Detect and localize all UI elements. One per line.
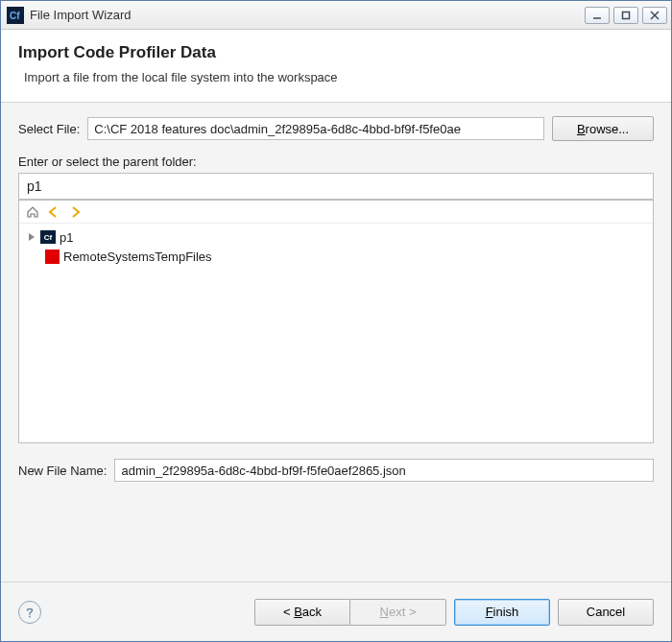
back-button[interactable]: < Back	[254, 599, 350, 626]
wizard-footer: < Back Next > Finish Cancel	[1, 582, 671, 641]
app-icon: Cf	[7, 7, 24, 24]
page-title: Import Code Profiler Data	[18, 43, 654, 62]
close-button[interactable]	[642, 7, 667, 24]
svg-marker-6	[29, 233, 35, 241]
select-file-row: Select File: Browse...	[18, 116, 654, 141]
tree-item-label: p1	[60, 230, 73, 245]
tree-item-remote[interactable]: RemoteSystemsTempFiles	[23, 247, 649, 266]
wizard-content: Select File: Browse... Enter or select t…	[1, 103, 671, 582]
minimize-button[interactable]	[585, 7, 610, 24]
select-file-label: Select File:	[18, 122, 80, 136]
maximize-button[interactable]	[613, 7, 638, 24]
window-controls	[585, 7, 667, 24]
nav-buttons: < Back Next >	[254, 599, 446, 626]
svg-point-7	[29, 615, 31, 617]
browse-button[interactable]: Browse...	[552, 116, 654, 141]
titlebar: Cf File Import Wizard	[1, 1, 671, 30]
cancel-button[interactable]: Cancel	[558, 599, 654, 626]
tree-toolbar	[19, 201, 653, 224]
page-description: Import a file from the local file system…	[18, 70, 654, 84]
wizard-header: Import Code Profiler Data Import a file …	[1, 30, 671, 103]
folder-tree: Cf p1 RemoteSystemsTempFiles	[18, 200, 654, 443]
new-file-name-input[interactable]	[114, 459, 654, 482]
tree-item-label: RemoteSystemsTempFiles	[63, 250, 212, 264]
new-file-name-label: New File Name:	[18, 464, 107, 478]
window-title: File Import Wizard	[30, 8, 585, 22]
back-arrow-icon[interactable]	[46, 204, 61, 220]
svg-text:Cf: Cf	[10, 11, 20, 21]
home-icon[interactable]	[25, 204, 40, 220]
browse-button-text: rowse...	[586, 122, 630, 136]
help-button[interactable]	[18, 601, 41, 624]
parent-folder-label: Enter or select the parent folder:	[18, 155, 654, 169]
red-folder-icon	[44, 249, 60, 264]
forward-arrow-icon[interactable]	[67, 204, 83, 220]
expand-icon[interactable]	[27, 232, 36, 242]
finish-button[interactable]: Finish	[454, 599, 550, 626]
tree-body[interactable]: Cf p1 RemoteSystemsTempFiles	[19, 224, 653, 442]
tree-item-p1[interactable]: Cf p1	[23, 227, 649, 247]
next-button: Next >	[350, 599, 446, 626]
svg-rect-3	[623, 12, 630, 18]
cf-project-icon: Cf	[40, 229, 56, 245]
new-file-name-row: New File Name:	[18, 459, 654, 482]
select-file-input[interactable]	[87, 117, 544, 140]
parent-folder-input[interactable]	[18, 173, 654, 200]
